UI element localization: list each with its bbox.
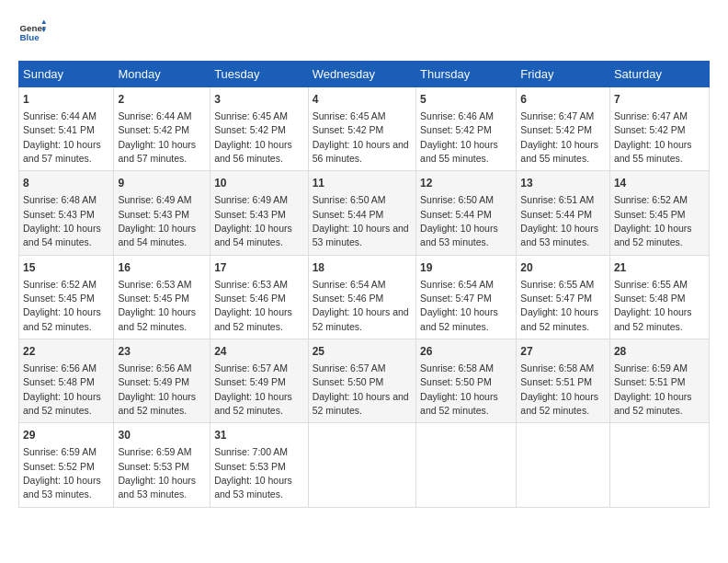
day-cell: 1Sunrise: 6:44 AMSunset: 5:41 PMDaylight… [19,87,114,171]
day-cell: 28Sunrise: 6:59 AMSunset: 5:51 PMDayligh… [609,339,709,423]
sunrise-text: Sunrise: 6:53 AM [118,279,191,290]
sunset-text: Sunset: 5:49 PM [214,376,286,387]
sunrise-text: Sunrise: 6:52 AM [23,279,97,290]
day-number: 5 [420,92,512,108]
day-number: 16 [118,260,206,276]
daylight-label: Daylight: 10 hours and 52 minutes. [313,391,409,416]
sunset-text: Sunset: 5:43 PM [214,209,286,220]
sunrise-text: Sunrise: 6:59 AM [118,446,191,457]
day-cell: 6Sunrise: 6:47 AMSunset: 5:42 PMDaylight… [517,87,610,171]
svg-text:Blue: Blue [20,32,40,42]
daylight-label: Daylight: 10 hours and 55 minutes. [420,139,498,164]
sunrise-text: Sunrise: 6:57 AM [214,362,288,373]
daylight-label: Daylight: 10 hours and 53 minutes. [214,475,292,500]
sunset-text: Sunset: 5:44 PM [420,209,492,220]
weekday-header-saturday: Saturday [609,62,709,87]
daylight-label: Daylight: 10 hours and 52 minutes. [520,306,598,331]
day-number: 12 [420,176,512,191]
weekday-header-sunday: Sunday [19,62,114,87]
sunrise-text: Sunrise: 6:52 AM [614,194,688,205]
sunset-text: Sunset: 5:48 PM [614,293,686,304]
day-cell: 10Sunrise: 6:49 AMSunset: 5:43 PMDayligh… [210,171,309,255]
daylight-label: Daylight: 10 hours and 57 minutes. [23,139,101,164]
day-number: 31 [214,428,304,443]
logo-icon: General Blue [18,18,46,46]
logo: General Blue [18,18,46,46]
daylight-label: Daylight: 10 hours and 53 minutes. [313,223,409,247]
header-row: SundayMondayTuesdayWednesdayThursdayFrid… [19,62,710,87]
sunrise-text: Sunrise: 6:56 AM [23,362,97,373]
sunset-text: Sunset: 5:48 PM [23,376,95,387]
day-cell [517,423,610,507]
day-cell: 5Sunrise: 6:46 AMSunset: 5:42 PMDaylight… [416,87,517,171]
day-number: 17 [214,260,304,276]
sunrise-text: Sunrise: 6:58 AM [520,362,594,373]
daylight-label: Daylight: 10 hours and 52 minutes. [118,391,196,416]
day-number: 1 [23,92,109,108]
daylight-label: Daylight: 10 hours and 52 minutes. [520,391,598,416]
day-number: 21 [614,260,705,276]
day-number: 8 [23,176,109,191]
day-cell [609,423,709,507]
daylight-label: Daylight: 10 hours and 52 minutes. [420,391,498,416]
day-number: 2 [118,92,206,108]
day-cell: 4Sunrise: 6:45 AMSunset: 5:42 PMDaylight… [308,87,415,171]
sunrise-text: Sunrise: 6:50 AM [313,194,386,205]
sunset-text: Sunset: 5:42 PM [118,124,189,135]
sunset-text: Sunset: 5:42 PM [420,124,492,135]
day-number: 20 [520,260,606,276]
day-number: 26 [420,344,512,360]
daylight-label: Daylight: 10 hours and 56 minutes. [214,139,292,164]
daylight-label: Daylight: 10 hours and 54 minutes. [214,223,292,247]
daylight-label: Daylight: 10 hours and 52 minutes. [614,306,692,331]
day-number: 25 [313,344,412,360]
day-cell: 31Sunrise: 7:00 AMSunset: 5:53 PMDayligh… [210,423,309,507]
day-number: 7 [614,92,705,108]
week-row-5: 29Sunrise: 6:59 AMSunset: 5:52 PMDayligh… [19,423,710,507]
svg-marker-2 [42,20,47,25]
day-cell: 9Sunrise: 6:49 AMSunset: 5:43 PMDaylight… [114,171,210,255]
day-cell: 2Sunrise: 6:44 AMSunset: 5:42 PMDaylight… [114,87,210,171]
sunset-text: Sunset: 5:43 PM [23,209,95,220]
day-cell: 22Sunrise: 6:56 AMSunset: 5:48 PMDayligh… [19,339,114,423]
day-cell: 27Sunrise: 6:58 AMSunset: 5:51 PMDayligh… [517,339,610,423]
sunset-text: Sunset: 5:45 PM [118,293,189,304]
sunset-text: Sunset: 5:46 PM [313,293,384,304]
sunrise-text: Sunrise: 6:53 AM [214,279,288,290]
day-number: 3 [214,92,304,108]
header: General Blue [18,18,710,46]
daylight-label: Daylight: 10 hours and 56 minutes. [313,139,409,164]
daylight-label: Daylight: 10 hours and 52 minutes. [118,306,196,331]
sunset-text: Sunset: 5:42 PM [614,124,686,135]
daylight-label: Daylight: 10 hours and 52 minutes. [313,306,409,331]
day-number: 15 [23,260,109,276]
sunset-text: Sunset: 5:50 PM [313,376,384,387]
sunset-text: Sunset: 5:53 PM [118,461,189,472]
daylight-label: Daylight: 10 hours and 53 minutes. [520,223,598,247]
day-cell: 3Sunrise: 6:45 AMSunset: 5:42 PMDaylight… [210,87,309,171]
week-row-4: 22Sunrise: 6:56 AMSunset: 5:48 PMDayligh… [19,339,710,423]
sunrise-text: Sunrise: 6:44 AM [23,110,97,121]
sunset-text: Sunset: 5:47 PM [520,293,592,304]
day-cell: 29Sunrise: 6:59 AMSunset: 5:52 PMDayligh… [19,423,114,507]
day-cell: 30Sunrise: 6:59 AMSunset: 5:53 PMDayligh… [114,423,210,507]
day-number: 9 [118,176,206,191]
daylight-label: Daylight: 10 hours and 52 minutes. [214,391,292,416]
sunset-text: Sunset: 5:51 PM [520,376,592,387]
week-row-2: 8Sunrise: 6:48 AMSunset: 5:43 PMDaylight… [19,171,710,255]
sunrise-text: Sunrise: 6:45 AM [313,110,386,121]
day-cell: 26Sunrise: 6:58 AMSunset: 5:50 PMDayligh… [416,339,517,423]
sunset-text: Sunset: 5:42 PM [313,124,384,135]
sunrise-text: Sunrise: 6:54 AM [313,279,386,290]
day-cell: 19Sunrise: 6:54 AMSunset: 5:47 PMDayligh… [416,255,517,339]
day-cell: 15Sunrise: 6:52 AMSunset: 5:45 PMDayligh… [19,255,114,339]
daylight-label: Daylight: 10 hours and 52 minutes. [23,306,101,331]
sunset-text: Sunset: 5:42 PM [520,124,592,135]
week-row-1: 1Sunrise: 6:44 AMSunset: 5:41 PMDaylight… [19,87,710,171]
sunset-text: Sunset: 5:42 PM [214,124,286,135]
daylight-label: Daylight: 10 hours and 52 minutes. [214,306,292,331]
sunset-text: Sunset: 5:44 PM [313,209,384,220]
sunrise-text: Sunrise: 6:55 AM [614,279,688,290]
sunrise-text: Sunrise: 6:54 AM [420,279,494,290]
sunrise-text: Sunrise: 6:45 AM [214,110,288,121]
